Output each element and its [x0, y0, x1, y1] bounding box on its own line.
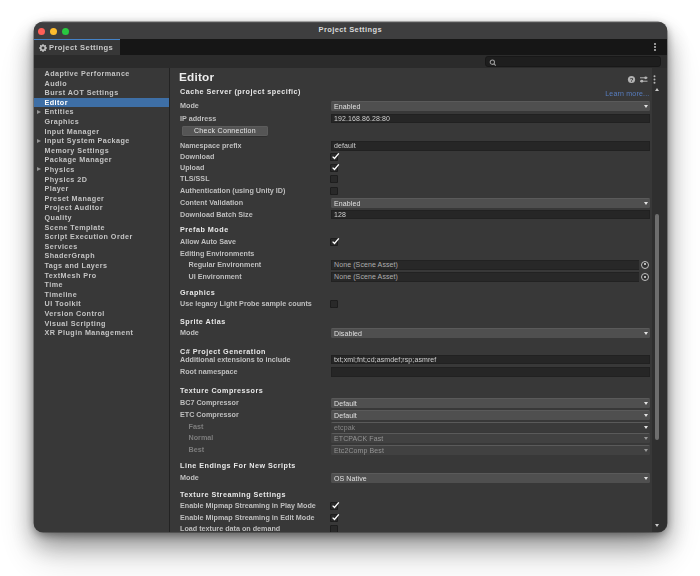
svg-text:?: ?: [630, 77, 634, 83]
